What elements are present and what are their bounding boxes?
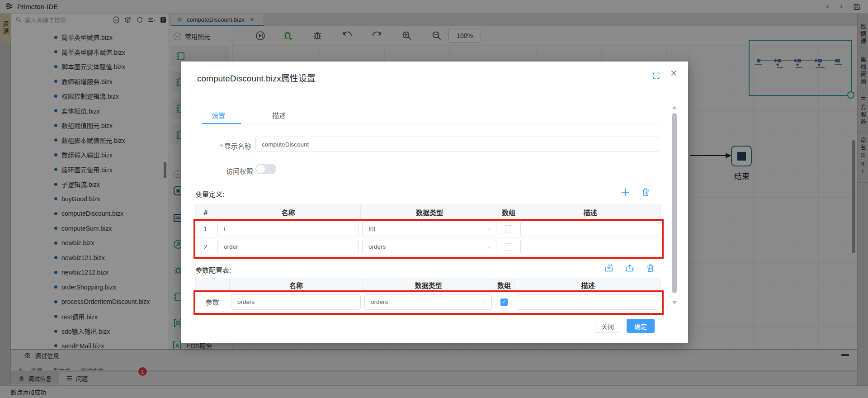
- params-table: 名称 数据类型 数组 描述 参数 ✓: [195, 278, 661, 312]
- variable-desc-input[interactable]: [520, 222, 659, 236]
- access-toggle[interactable]: [255, 164, 276, 174]
- table-header-row: 名称 数据类型 数组 描述: [195, 278, 661, 292]
- dialog-title: computeDiscount.bizx属性设置: [197, 71, 316, 84]
- tab-settings[interactable]: 设置: [212, 110, 225, 120]
- primeton-ide-window: Primeton-IDE ‹ › 资源 输入关键字搜索 简单类型赋值.bizx: [0, 0, 868, 398]
- param-name-input[interactable]: [231, 294, 361, 310]
- variable-name-input[interactable]: [217, 240, 359, 254]
- dialog-scrollbar[interactable]: [672, 106, 677, 312]
- close-icon[interactable]: ✕: [670, 69, 678, 78]
- variable-type-select[interactable]: [362, 222, 496, 236]
- chevron-down-icon: [482, 300, 487, 305]
- table-row: 1: [195, 220, 661, 238]
- required-asterisk: *: [220, 142, 223, 150]
- properties-dialog: computeDiscount.bizx属性设置 ✕ 设置 描述 *显示名称 访…: [181, 62, 688, 343]
- fullscreen-icon[interactable]: [652, 71, 660, 80]
- export-params-icon[interactable]: [625, 263, 635, 273]
- table-row: 参数 ✓: [195, 292, 661, 312]
- array-checkbox-checked[interactable]: ✓: [500, 298, 508, 306]
- scroll-down-icon[interactable]: [672, 301, 677, 304]
- ok-button[interactable]: 确定: [627, 319, 655, 333]
- scroll-up-icon[interactable]: [672, 106, 677, 109]
- variable-name-input[interactable]: [217, 222, 359, 236]
- close-button[interactable]: 关闭: [595, 319, 620, 333]
- tab-description[interactable]: 描述: [272, 110, 286, 120]
- delete-params-icon[interactable]: [646, 263, 655, 273]
- chevron-down-icon: [486, 227, 492, 232]
- variables-section-title: 变量定义:: [195, 189, 224, 199]
- display-name-input[interactable]: [255, 137, 659, 152]
- variables-table: # 名称 数据类型 数组 描述 1 2: [195, 204, 661, 256]
- import-params-icon[interactable]: [604, 263, 614, 273]
- add-variable-icon[interactable]: [620, 187, 630, 197]
- access-label: 访问权限: [226, 166, 253, 175]
- array-checkbox[interactable]: [505, 225, 512, 232]
- table-header-row: # 名称 数据类型 数组 描述: [195, 204, 661, 220]
- param-type-select[interactable]: [364, 294, 492, 310]
- variable-type-select[interactable]: [362, 240, 496, 254]
- table-row: 2: [195, 238, 661, 256]
- param-desc-input[interactable]: [516, 294, 659, 310]
- chevron-down-icon: [486, 245, 492, 250]
- variable-desc-input[interactable]: [520, 240, 659, 254]
- scrollbar-thumb[interactable]: [672, 113, 677, 293]
- array-checkbox[interactable]: [505, 243, 512, 251]
- delete-variable-icon[interactable]: [641, 187, 651, 197]
- display-name-label: 显示名称: [224, 142, 251, 150]
- params-section-title: 参数配置表:: [195, 265, 231, 275]
